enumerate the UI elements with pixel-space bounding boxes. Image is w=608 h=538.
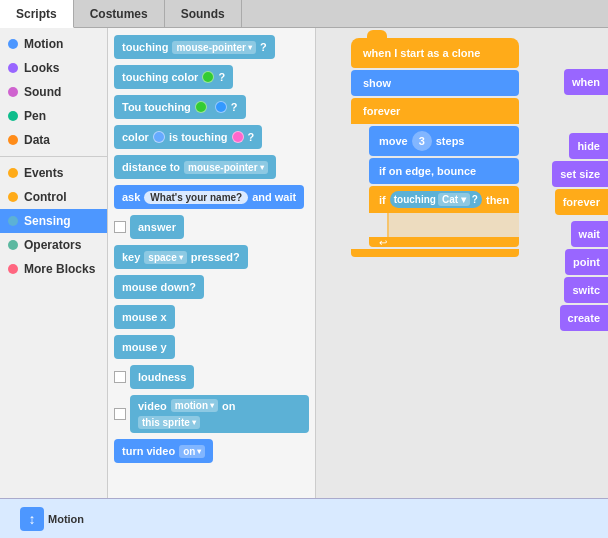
block-turn-video[interactable]: turn video on xyxy=(114,439,213,463)
categories-panel: Motion Looks Sound Pen Data Events xyxy=(0,28,108,498)
bottom-cat-motion[interactable]: ↕ Motion xyxy=(20,507,84,531)
block-touching-color[interactable]: touching color ? xyxy=(114,65,233,89)
cat-dot-looks xyxy=(8,63,18,73)
if-body xyxy=(387,213,519,237)
content-area: Motion Looks Sound Pen Data Events xyxy=(0,28,608,498)
color-swatch-3[interactable] xyxy=(215,101,227,113)
block-distance-to[interactable]: distance to mouse-pointer xyxy=(114,155,276,179)
block-move-steps[interactable]: move 3 steps xyxy=(369,126,519,156)
block-row-video: video motion on this sprite xyxy=(114,395,309,433)
block-row-answer: answer xyxy=(114,215,309,239)
block-mouse-down[interactable]: mouse down? xyxy=(114,275,204,299)
color-swatch-4[interactable] xyxy=(153,131,165,143)
block-touching[interactable]: touching mouse-pointer ? xyxy=(114,35,275,59)
partial-block-forever[interactable]: forever xyxy=(555,189,608,215)
cat-dot-sound xyxy=(8,87,18,97)
color-swatch-1[interactable] xyxy=(202,71,214,83)
partial-block-hide[interactable]: hide xyxy=(569,133,608,159)
checkbox-answer[interactable] xyxy=(114,221,126,233)
cat-more-blocks[interactable]: More Blocks xyxy=(0,257,107,281)
block-answer[interactable]: answer xyxy=(130,215,184,239)
block-if-bottom: ↩ xyxy=(369,237,519,247)
block-forever-top[interactable]: forever xyxy=(351,98,519,124)
cat-looks[interactable]: Looks xyxy=(0,56,107,80)
script-stack-1: when I start as a clone show forever xyxy=(351,38,519,257)
cat-dot-sensing xyxy=(8,216,18,226)
block-row-tou-touching: Tou touching ? xyxy=(114,95,309,119)
partial-block-point[interactable]: point xyxy=(565,249,608,275)
partial-block-set-size[interactable]: set size xyxy=(552,161,608,187)
block-show[interactable]: show xyxy=(351,70,519,96)
block-mouse-x[interactable]: mouse x xyxy=(114,305,175,329)
script-area[interactable]: when I start as a clone show forever xyxy=(316,28,608,498)
block-forever: forever move 3 steps if on edge, bounce xyxy=(351,98,519,257)
color-swatch-2[interactable] xyxy=(195,101,207,113)
blocks-panel: touching mouse-pointer ? touching color … xyxy=(108,28,316,498)
cat-sound[interactable]: Sound xyxy=(0,80,107,104)
block-color-touching[interactable]: color is touching ? xyxy=(114,125,262,149)
cat-data[interactable]: Data xyxy=(0,128,107,152)
block-if-top[interactable]: if touching Cat ▾ ? then xyxy=(369,186,519,213)
tab-bar: Scripts Costumes Sounds xyxy=(0,0,608,28)
num-3[interactable]: 3 xyxy=(412,131,432,151)
checkbox-video[interactable] xyxy=(114,408,126,420)
cat-dot-events xyxy=(8,168,18,178)
cat-dot-operators xyxy=(8,240,18,250)
block-key-pressed[interactable]: key space pressed? xyxy=(114,245,248,269)
touching-dropdown[interactable]: Cat ▾ xyxy=(438,193,470,206)
forever-bottom xyxy=(351,249,519,257)
color-swatch-5[interactable] xyxy=(232,131,244,143)
block-tou-touching[interactable]: Tou touching ? xyxy=(114,95,246,119)
cat-dot-motion xyxy=(8,39,18,49)
block-video-motion[interactable]: video motion on this sprite xyxy=(130,395,309,433)
cat-divider xyxy=(0,156,107,157)
forever-body: move 3 steps if on edge, bounce if xyxy=(369,124,519,249)
cat-dot-control xyxy=(8,192,18,202)
block-row-mouse-down: mouse down? xyxy=(114,275,309,299)
tab-scripts[interactable]: Scripts xyxy=(0,0,74,28)
block-row-key-pressed: key space pressed? xyxy=(114,245,309,269)
partial-block-when[interactable]: when xyxy=(564,69,608,95)
condition-touching[interactable]: touching Cat ▾ ? xyxy=(390,191,482,208)
cat-operators[interactable]: Operators xyxy=(0,233,107,257)
block-row-mouse-y: mouse y xyxy=(114,335,309,359)
block-row-ask: ask What's your name? and wait xyxy=(114,185,309,209)
block-row-touching-color: touching color ? xyxy=(114,65,309,89)
tab-sounds[interactable]: Sounds xyxy=(165,0,242,27)
cat-motion[interactable]: Motion xyxy=(0,32,107,56)
cat-control[interactable]: Control xyxy=(0,185,107,209)
block-if-on-edge[interactable]: if on edge, bounce xyxy=(369,158,519,184)
block-row-mouse-x: mouse x xyxy=(114,305,309,329)
block-row-turn-video: turn video on xyxy=(114,439,309,463)
block-if-touching: if touching Cat ▾ ? then xyxy=(369,186,519,247)
partial-block-create[interactable]: create xyxy=(560,305,608,331)
bottom-bar: ↕ Motion xyxy=(0,498,608,538)
cat-pen[interactable]: Pen xyxy=(0,104,107,128)
cat-dot-data xyxy=(8,135,18,145)
cat-dot-more-blocks xyxy=(8,264,18,274)
block-when-clone[interactable]: when I start as a clone xyxy=(351,38,519,68)
block-mouse-y[interactable]: mouse y xyxy=(114,335,175,359)
cat-events[interactable]: Events xyxy=(0,161,107,185)
partial-block-switch[interactable]: switc xyxy=(564,277,608,303)
block-row-loudness: loudness xyxy=(114,365,309,389)
bottom-motion-icon: ↕ xyxy=(20,507,44,531)
checkbox-loudness[interactable] xyxy=(114,371,126,383)
partial-block-wait[interactable]: wait xyxy=(571,221,608,247)
block-row-color-touching: color is touching ? xyxy=(114,125,309,149)
tab-costumes[interactable]: Costumes xyxy=(74,0,165,27)
block-ask[interactable]: ask What's your name? and wait xyxy=(114,185,304,209)
cat-sensing[interactable]: Sensing xyxy=(0,209,107,233)
cat-dot-pen xyxy=(8,111,18,121)
block-row-touching: touching mouse-pointer ? xyxy=(114,35,309,59)
block-row-distance: distance to mouse-pointer xyxy=(114,155,309,179)
block-loudness[interactable]: loudness xyxy=(130,365,194,389)
